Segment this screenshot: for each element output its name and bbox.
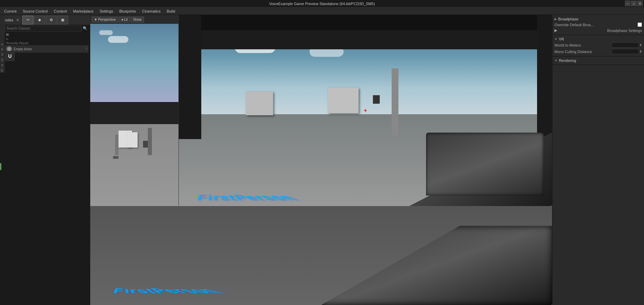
recently-placed-section: ic ic Recently Placed Empty Actor ? (5, 32, 89, 53)
search-classes-input[interactable] (5, 26, 82, 32)
small-editor-viewport[interactable]: ▼ Perspective ● Lit Show (90, 15, 179, 206)
section-basic-label: ic (5, 37, 89, 41)
world-to-meters-row: World to Meters 100.0 ⬆ (554, 42, 642, 48)
game-left-wall (179, 15, 201, 139)
menubar: Current Source Control Content Marketpla… (0, 7, 644, 15)
mode-geometry-button[interactable]: ▣ (57, 16, 68, 24)
mode-label-4[interactable]: on (0, 57, 5, 63)
rendering-label: Rendering (559, 58, 576, 63)
small-editor-toolbar: ▼ Perspective ● Lit Show (90, 15, 178, 24)
empty-actor-item[interactable]: Empty Actor ? (5, 45, 89, 53)
world-to-meters-input-group: 100.0 ⬆ (612, 43, 642, 48)
small-perspective-button[interactable]: ▼ Perspective (92, 17, 118, 22)
maximize-button[interactable]: □ (631, 1, 637, 6)
rendering-section: ▼ Rendering (552, 56, 644, 65)
titlebar-controls: ─ □ ✕ (625, 1, 643, 6)
editor-figure (143, 141, 148, 148)
world-to-meters-input[interactable]: 100.0 (612, 43, 639, 48)
modes-close-button[interactable]: ✕ (15, 18, 21, 22)
game-back-wall (201, 30, 537, 49)
broadphase-label: Broadphase (558, 17, 578, 21)
mode-labels-panel: ic er ur on ur Cl (0, 15, 5, 73)
mode-label-2[interactable]: er (0, 47, 5, 52)
game-robot (373, 95, 380, 104)
small-show-button[interactable]: Show (131, 17, 144, 22)
bottom-scene: FirstPerson (90, 206, 552, 305)
minimize-button[interactable]: ─ (625, 1, 630, 6)
override-broadphase-checkbox[interactable] (638, 22, 642, 27)
broadphase-arrow: ▶ (554, 17, 557, 21)
active-mode-indicator (0, 163, 1, 170)
vr-arrow: ▼ (554, 37, 557, 41)
titlebar-title: VoiceExample Game Preview Standalone (64… (269, 2, 375, 6)
mono-culling-label: Mono Culling Distance (554, 50, 592, 54)
menu-item-content[interactable]: Content (51, 9, 70, 14)
broadphase-settings-label: ▶ (554, 28, 557, 33)
mode-label-3[interactable]: ur (0, 52, 5, 57)
menu-item-settings[interactable]: Settings (97, 9, 116, 14)
perspective-dropdown-icon: ▼ (94, 18, 97, 21)
search-bar: 🔍 (5, 25, 89, 32)
ue-logo: U (5, 51, 15, 61)
right-panel: ▶ Broadphase Override Default Broa... ▶ … (552, 15, 644, 305)
world-to-meters-spinner[interactable]: ⬆ (639, 43, 642, 47)
world-to-meters-label: World to Meters (554, 43, 581, 47)
broadphase-settings-text: Broadphase Settings (607, 29, 642, 33)
vr-section: ▼ VR World to Meters 100.0 ⬆ Mono Cullin… (552, 35, 644, 56)
editor-pillar-base (113, 156, 119, 159)
menu-item-build[interactable]: Build (164, 9, 178, 14)
mono-culling-row: Mono Culling Distance 0.0 ⬆ (554, 48, 642, 55)
override-broadphase-row: Override Default Broa... (554, 22, 642, 28)
broadphase-settings-row[interactable]: ▶ Broadphase Settings (554, 28, 642, 33)
cloud-2 (99, 30, 113, 35)
mono-culling-spinner[interactable]: ⬆ (639, 50, 642, 53)
game-box-1 (246, 91, 273, 115)
mode-label-6[interactable]: Cl (0, 68, 5, 73)
empty-actor-label: Empty Actor (14, 47, 32, 51)
bottom-game-viewport[interactable]: FirstPerson (90, 206, 552, 305)
recently-placed-title: ic (5, 32, 89, 37)
close-button[interactable]: ✕ (637, 1, 643, 6)
mode-paint-button[interactable]: ◆ (34, 16, 45, 24)
help-icon[interactable]: ? (85, 47, 87, 51)
broadphase-section: ▶ Broadphase Override Default Broa... ▶ … (552, 15, 644, 35)
mode-label-1[interactable]: ic (0, 42, 5, 47)
rendering-arrow: ▼ (554, 59, 557, 62)
small-lit-button[interactable]: ● Lit (119, 17, 130, 22)
game-box-2 (328, 88, 359, 113)
mode-foliage-button[interactable]: ✿ (46, 16, 57, 24)
override-broadphase-label: Override Default Broa... (554, 23, 594, 27)
mono-culling-input[interactable]: 0.0 (612, 49, 639, 54)
game-scene: FirstPerson + (179, 15, 552, 206)
perspective-label: Perspective (98, 18, 116, 21)
rendering-section-title[interactable]: ▼ Rendering (554, 58, 642, 63)
lit-label: Lit (124, 18, 128, 21)
cloud-1 (108, 36, 128, 43)
fps-gun-top (426, 133, 544, 196)
lit-icon: ● (121, 18, 123, 21)
game-viewport[interactable]: FirstPerson + (179, 15, 552, 206)
vr-section-title[interactable]: ▼ VR (554, 36, 642, 42)
titlebar: VoiceExample Game Preview Standalone (64… (0, 0, 644, 7)
menu-item-source-control[interactable]: Source Control (20, 9, 50, 14)
menu-item-marketplace[interactable]: Marketplace (70, 9, 96, 14)
game-top-wall (179, 15, 552, 30)
editor-pillar (115, 135, 119, 155)
section-recently-label: Recently Placed (5, 41, 89, 45)
editor-tall-pillar (148, 128, 152, 155)
mode-label-5[interactable]: ur (0, 63, 5, 68)
search-icon: 🔍 (82, 26, 89, 31)
vr-label: VR (559, 37, 564, 41)
show-label: Show (133, 18, 142, 21)
menu-item-cinematics[interactable]: Cinematics (139, 9, 163, 14)
editor-back-wall (90, 102, 178, 124)
menu-item-current[interactable]: Current (1, 9, 19, 14)
modes-toolbar: Modes ✕ ✏ ◆ ✿ ▣ (0, 15, 90, 25)
editor-box-2 (127, 132, 138, 148)
editor-sky (90, 24, 178, 106)
fps-gun-area (384, 101, 552, 206)
mode-place-button[interactable]: ✏ (22, 16, 33, 24)
menu-item-blueprints[interactable]: Blueprints (116, 9, 139, 14)
mono-culling-input-group: 0.0 ⬆ (612, 49, 642, 54)
broadphase-section-title[interactable]: ▶ Broadphase (554, 16, 642, 22)
